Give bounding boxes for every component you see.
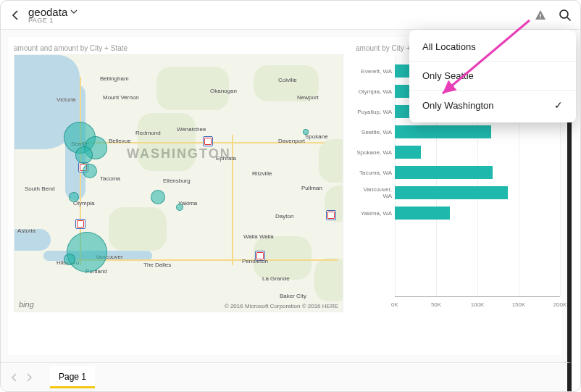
map-bubble [75, 146, 93, 164]
map-city-label: Astoria [17, 228, 35, 234]
map-city-label: Davenport [278, 138, 305, 144]
map-city-label: Newport [297, 94, 319, 101]
map-city-label: Wenatchee [177, 126, 206, 133]
x-axis-tick: 200K [553, 301, 567, 308]
map-city-label: Walla Walla [243, 233, 274, 240]
map-city-label: Dayton [275, 213, 293, 220]
map-bubble [303, 129, 309, 135]
bar-rect [395, 146, 421, 159]
map-city-label: Pendleton [242, 258, 268, 264]
bar-rect [395, 166, 493, 179]
bar-row: Vancouver, WA [354, 185, 560, 201]
bar-category-label: Seattle, WA [354, 129, 395, 135]
map-city-label: Baker City [280, 293, 306, 299]
map-visual-title: amount and amount by City + State [14, 44, 128, 52]
map-city-label: Victoria [57, 96, 76, 103]
map-bubble [176, 204, 183, 211]
bing-logo: bing [19, 300, 34, 309]
page-tab-1[interactable]: Page 1 [50, 366, 95, 388]
x-axis-tick: 50K [431, 301, 441, 308]
svg-rect-0 [540, 14, 540, 17]
map-tiles: WASHINGTON VictoriaBellinghamMount Verno… [14, 55, 343, 312]
map-city-label: Redmond [135, 130, 161, 136]
bar-rect [395, 186, 508, 199]
map-city-label: Ephrata [216, 155, 236, 162]
bar-category-label: Puyallup, WA [354, 109, 395, 115]
filter-option-all-locations[interactable]: All Locations [409, 33, 576, 62]
chevron-down-icon [70, 8, 78, 15]
report-title-block[interactable]: geodata PAGE 1 [28, 7, 78, 24]
x-axis-tick: 150K [512, 301, 526, 308]
map-city-label: Ellensburg [163, 178, 191, 184]
pyramid-filter-button[interactable] [534, 9, 547, 22]
search-button[interactable] [559, 9, 572, 22]
map-city-label: Colville [278, 77, 297, 83]
axis-baseline [395, 296, 560, 297]
filter-dropdown: All Locations Only Seattle Only Washingt… [409, 30, 576, 122]
filter-option-only-seattle[interactable]: Only Seattle [409, 62, 576, 91]
map-city-label: La Grande [262, 275, 290, 282]
map-city-label: Tacoma [100, 175, 120, 182]
svg-point-2 [560, 10, 568, 18]
map-city-label: Pullman [301, 185, 322, 191]
bar-category-label: Vancouver, WA [354, 186, 395, 199]
bar-category-label: Tacoma, WA [354, 170, 395, 176]
bar-row: Spokane, WA [354, 144, 560, 160]
map-city-label: Bellingham [100, 75, 129, 82]
filter-option-only-washington[interactable]: Only Washington ✓ [409, 91, 576, 120]
app-window: geodata PAGE 1 All Locations Only Seattl… [0, 0, 581, 392]
map-city-label: Spokane [305, 133, 328, 140]
page-footer: Page 1 [1, 362, 572, 391]
map-city-label: Ritzville [252, 170, 272, 177]
bar-category-label: Everett, WA [354, 68, 395, 75]
svg-rect-1 [540, 17, 540, 18]
next-page-button[interactable] [24, 372, 34, 383]
map-bubble [67, 232, 107, 272]
bar-rect [395, 207, 450, 220]
top-right-icons [534, 9, 572, 22]
map-visual[interactable]: WASHINGTON VictoriaBellinghamMount Verno… [14, 54, 343, 312]
map-bubble [64, 254, 75, 265]
map-city-label: The Dalles [143, 262, 171, 268]
back-button[interactable] [9, 9, 22, 22]
bar-rect [395, 125, 491, 138]
x-axis-tick: 0K [391, 301, 398, 308]
bar-row: Yakima, WA [354, 205, 560, 221]
map-city-label: Mount Vernon [103, 94, 139, 101]
page-indicator: PAGE 1 [28, 17, 78, 24]
top-bar: geodata PAGE 1 [1, 1, 580, 30]
bar-row: Seattle, WA [354, 124, 560, 140]
map-bubble [83, 164, 97, 178]
bar-category-label: Spokane, WA [354, 149, 395, 156]
map-city-label: South Bend [25, 185, 55, 192]
map-credits: © 2016 Microsoft Corporation © 2016 HERE [225, 303, 338, 309]
bar-row: Tacoma, WA [354, 164, 560, 180]
report-title: geodata [28, 7, 67, 17]
map-bubble [69, 192, 79, 202]
bar-category-label: Yakima, WA [354, 210, 395, 217]
map-city-label: Bellevue [109, 138, 131, 144]
x-axis-tick: 100K [471, 301, 485, 308]
map-bubble [151, 190, 165, 204]
check-icon: ✓ [554, 99, 563, 111]
prev-page-button[interactable] [9, 372, 20, 383]
bar-category-label: Olympia, WA [354, 88, 395, 95]
map-city-label: Okanogan [210, 88, 237, 94]
